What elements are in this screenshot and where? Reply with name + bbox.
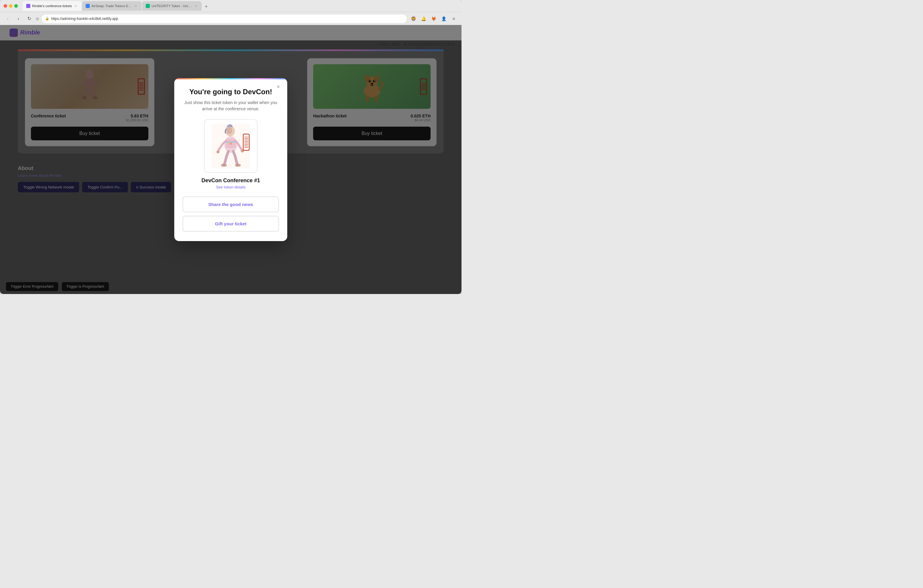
- bookmark-button[interactable]: ⊘: [36, 16, 39, 21]
- profile-icon[interactable]: 👤: [440, 15, 448, 23]
- tab-close-rimble[interactable]: ×: [74, 4, 78, 8]
- svg-point-25: [221, 164, 227, 167]
- new-tab-button[interactable]: +: [202, 2, 210, 11]
- metamask-icon[interactable]: 🦊: [429, 15, 438, 23]
- tab-close-airswap[interactable]: ×: [134, 4, 138, 8]
- page-content: Rimble ⬡ 0xB0b...553E ◈ 1.91516220258136…: [0, 25, 462, 294]
- extensions-icon[interactable]: 🔔: [419, 15, 428, 23]
- tab-close-unitegrity[interactable]: ×: [194, 4, 198, 8]
- back-button[interactable]: ‹: [3, 15, 12, 23]
- browser-window: Rimble's conference tickets × AirSwap: T…: [0, 0, 462, 294]
- modal-figure-svg: [210, 122, 251, 170]
- modal-overlay: × You're going to DevCon! Just show this…: [0, 25, 462, 294]
- token-details-link[interactable]: See token details: [182, 185, 279, 189]
- forward-button[interactable]: ›: [14, 15, 23, 23]
- tab-favicon-rimble: [26, 4, 30, 8]
- tab-unitegrity[interactable]: UniTEGRITY Token - UniTEGRIT... ×: [142, 1, 202, 11]
- browser-actions: 🦁 🔔 🦊 👤 ≡: [409, 15, 458, 23]
- tab-title-airswap: AirSwap: Trade Tokens Easily, S...: [92, 4, 132, 8]
- svg-point-23: [217, 150, 220, 153]
- ticket-token-image: [204, 119, 258, 173]
- modal-title: You're going to DevCon!: [182, 88, 279, 96]
- tabs-bar: Rimble's conference tickets × AirSwap: T…: [23, 1, 458, 11]
- gift-ticket-button[interactable]: Gift your ticket: [182, 216, 279, 232]
- title-bar: Rimble's conference tickets × AirSwap: T…: [0, 0, 462, 12]
- tab-favicon-airswap: [85, 4, 90, 8]
- menu-icon[interactable]: ≡: [450, 15, 458, 23]
- url-text: https://admiring-franklin-e4c8b6.netlify…: [51, 16, 118, 21]
- success-modal: × You're going to DevCon! Just show this…: [174, 78, 287, 241]
- modal-figure-container: [205, 120, 257, 172]
- svg-point-21: [226, 127, 232, 134]
- token-name: DevCon Conference #1: [182, 177, 279, 184]
- modal-close-button[interactable]: ×: [274, 83, 282, 91]
- reload-button[interactable]: ↻: [25, 15, 33, 23]
- modal-subtitle: Just show this ticket token in your wall…: [182, 100, 279, 112]
- maximize-traffic-light[interactable]: [14, 4, 18, 8]
- tab-title-unitegrity: UniTEGRITY Token - UniTEGRIT...: [152, 4, 192, 8]
- close-icon: ×: [277, 84, 280, 90]
- svg-point-26: [235, 164, 241, 167]
- share-good-news-button[interactable]: Share the good news: [182, 197, 279, 212]
- svg-point-27: [230, 142, 232, 145]
- address-bar: ‹ › ↻ ⊘ 🔒 https://admiring-franklin-e4c8…: [0, 12, 462, 25]
- url-bar[interactable]: 🔒 https://admiring-franklin-e4c8b6.netli…: [42, 15, 407, 23]
- brave-icon[interactable]: 🦁: [409, 15, 417, 23]
- tab-favicon-unitegrity: [146, 4, 150, 8]
- traffic-lights: [3, 4, 18, 8]
- lock-icon: 🔒: [45, 16, 49, 21]
- tab-rimble[interactable]: Rimble's conference tickets ×: [23, 1, 82, 11]
- tab-title-rimble: Rimble's conference tickets: [32, 4, 72, 8]
- close-traffic-light[interactable]: [3, 4, 7, 8]
- tab-airswap[interactable]: AirSwap: Trade Tokens Easily, S... ×: [82, 1, 141, 11]
- minimize-traffic-light[interactable]: [9, 4, 13, 8]
